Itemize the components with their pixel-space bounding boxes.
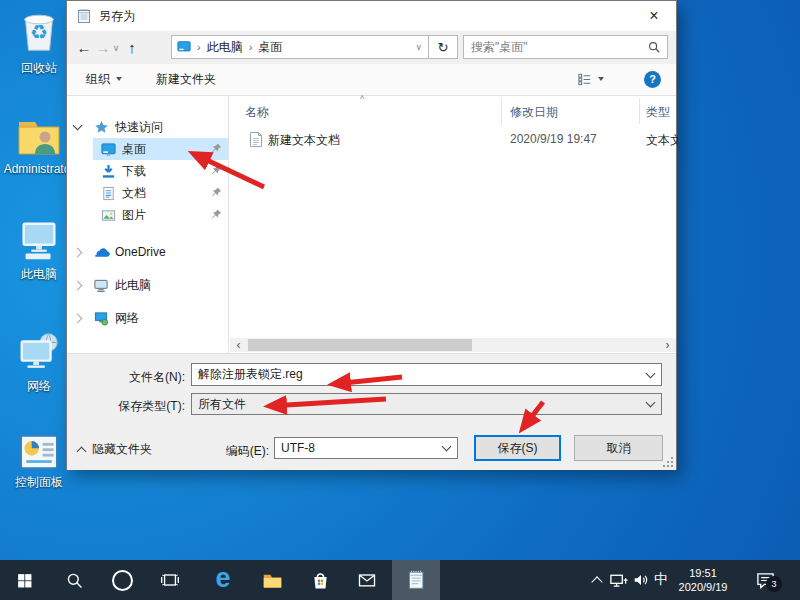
cortana-button[interactable] xyxy=(99,560,145,600)
start-button[interactable] xyxy=(1,560,47,600)
scrollbar-thumb[interactable] xyxy=(248,339,472,351)
task-view-button[interactable] xyxy=(147,560,193,600)
address-dropdown-icon[interactable]: ∨ xyxy=(415,42,422,52)
search-box[interactable] xyxy=(463,35,668,59)
resize-grip-icon[interactable] xyxy=(663,457,674,468)
tree-group-network[interactable]: 网络 xyxy=(67,307,228,329)
file-name-combo[interactable] xyxy=(191,363,662,386)
mail-button[interactable] xyxy=(344,560,390,600)
clock-time: 19:51 xyxy=(664,566,742,580)
save-type-label: 保存类型(T): xyxy=(67,398,185,415)
volume-tray-button[interactable] xyxy=(630,560,652,600)
tree-item-documents[interactable]: 文档 xyxy=(67,182,228,204)
chevron-down-icon[interactable] xyxy=(442,442,452,452)
windows-logo-icon xyxy=(16,572,33,589)
encoding-label: 编码(E): xyxy=(179,443,269,460)
file-name-input[interactable] xyxy=(198,368,639,382)
desktop-icon-label: 网络 xyxy=(27,378,51,395)
up-button[interactable]: ↑ xyxy=(123,31,141,64)
taskbar-search-button[interactable] xyxy=(51,560,97,600)
breadcrumb-desktop[interactable]: 桌面 xyxy=(258,39,282,56)
desktop-icon-label: Administrator xyxy=(4,162,75,176)
scroll-left-button[interactable]: ‹ xyxy=(230,338,247,352)
cancel-button[interactable]: 取消 xyxy=(574,435,663,461)
recent-locations-dropdown[interactable]: ∨ xyxy=(111,31,121,64)
chevron-down-icon[interactable] xyxy=(646,398,656,408)
desktop-icon-label: 控制面板 xyxy=(15,474,63,491)
dialog-footer: 文件名(N): 保存类型(T): 所有文件 隐藏文件夹 编码(E): UTF-8… xyxy=(67,353,676,470)
onedrive-cloud-icon xyxy=(92,247,110,258)
close-button[interactable]: × xyxy=(636,1,672,30)
dialog-titlebar: 另存为 × xyxy=(67,1,676,31)
refresh-button[interactable]: ↻ xyxy=(428,35,458,59)
store-button[interactable] xyxy=(297,560,343,600)
view-mode-button[interactable] xyxy=(577,64,604,94)
forward-button[interactable]: → xyxy=(95,31,111,64)
address-bar[interactable]: › 此电脑 › 桌面 ∨ xyxy=(171,35,429,59)
tree-group-onedrive[interactable]: OneDrive xyxy=(67,241,228,263)
network-tray-button[interactable] xyxy=(606,560,630,600)
column-header-type[interactable]: 类型 xyxy=(646,104,670,121)
new-folder-button[interactable]: 新建文件夹 xyxy=(156,64,216,94)
file-name-cell: 新建文本文档 xyxy=(268,132,340,149)
navigation-pane: 快速访问 桌面 下载 xyxy=(67,96,229,353)
task-view-icon xyxy=(160,570,180,590)
notification-badge[interactable]: 3 xyxy=(766,576,782,592)
desktop-icon-label: 此电脑 xyxy=(21,266,57,283)
show-hidden-icons-button[interactable] xyxy=(588,560,606,600)
list-header: ^ 名称 修改日期 类型 xyxy=(229,96,676,126)
user-folder-icon xyxy=(15,112,63,160)
column-header-date[interactable]: 修改日期 xyxy=(510,104,558,121)
chevron-right-icon[interactable] xyxy=(71,249,83,256)
back-button[interactable]: ← xyxy=(75,31,93,64)
pin-icon xyxy=(211,143,222,157)
network-mini-icon xyxy=(92,311,110,326)
scrollbar-track[interactable] xyxy=(247,338,659,352)
organize-menu[interactable]: 组织 xyxy=(86,64,122,94)
chevron-right-icon[interactable] xyxy=(71,282,83,289)
column-header-name[interactable]: 名称 xyxy=(245,104,269,121)
documents-icon xyxy=(99,186,117,201)
command-toolbar: 组织 新建文件夹 ? xyxy=(67,64,676,96)
file-name-label: 文件名(N): xyxy=(67,369,185,386)
tree-item-desktop[interactable]: 桌面 xyxy=(67,138,228,160)
chevron-down-icon[interactable] xyxy=(646,368,656,378)
close-icon: × xyxy=(649,7,658,25)
folder-icon xyxy=(262,570,283,591)
save-button[interactable]: 保存(S) xyxy=(474,435,561,461)
tree-item-pictures[interactable]: 图片 xyxy=(67,204,228,226)
file-explorer-button[interactable] xyxy=(249,560,295,600)
search-input[interactable] xyxy=(464,36,667,58)
file-date-cell: 2020/9/19 19:47 xyxy=(510,132,597,146)
desktop-icon-label: 回收站 xyxy=(21,60,57,77)
navigation-bar: ← → ∨ ↑ › 此电脑 › 桌面 ∨ ↻ xyxy=(67,31,676,64)
chevron-down-icon[interactable] xyxy=(71,125,83,129)
refresh-icon: ↻ xyxy=(438,40,449,55)
taskbar-clock[interactable]: 19:51 2020/9/19 xyxy=(664,566,742,594)
tree-item-downloads[interactable]: 下载 xyxy=(67,160,228,182)
tree-group-this-pc[interactable]: 此电脑 xyxy=(67,274,228,296)
save-type-select[interactable]: 所有文件 xyxy=(191,393,662,415)
help-button[interactable]: ? xyxy=(644,64,661,94)
notepad-taskbar-button[interactable] xyxy=(392,560,440,600)
encoding-select[interactable]: UTF-8 xyxy=(274,437,458,459)
dialog-body: 快速访问 桌面 下载 xyxy=(67,96,676,353)
help-icon: ? xyxy=(644,71,661,88)
tree-group-quick-access[interactable]: 快速访问 xyxy=(67,116,228,138)
column-divider[interactable] xyxy=(639,98,640,124)
edge-icon: e xyxy=(215,565,230,592)
save-as-dialog: 另存为 × ← → ∨ ↑ › 此电脑 › 桌面 ∨ ↻ xyxy=(66,0,677,470)
chevron-right-icon[interactable] xyxy=(71,315,83,322)
pictures-icon xyxy=(99,208,117,223)
column-divider[interactable] xyxy=(501,98,502,124)
clock-date: 2020/9/19 xyxy=(664,580,742,594)
downloads-icon xyxy=(99,164,117,179)
crumb-separator: › xyxy=(197,41,201,53)
horizontal-scrollbar[interactable]: ‹ › xyxy=(230,338,676,352)
breadcrumb-this-pc[interactable]: 此电脑 xyxy=(207,39,243,56)
scroll-right-button[interactable]: › xyxy=(659,338,676,352)
edge-button[interactable]: e xyxy=(200,560,246,600)
file-row[interactable]: 新建文本文档 2020/9/19 19:47 文本文档 xyxy=(229,128,676,152)
hide-folders-button[interactable]: 隐藏文件夹 xyxy=(78,441,152,458)
desktop-mini-icon xyxy=(99,142,117,157)
